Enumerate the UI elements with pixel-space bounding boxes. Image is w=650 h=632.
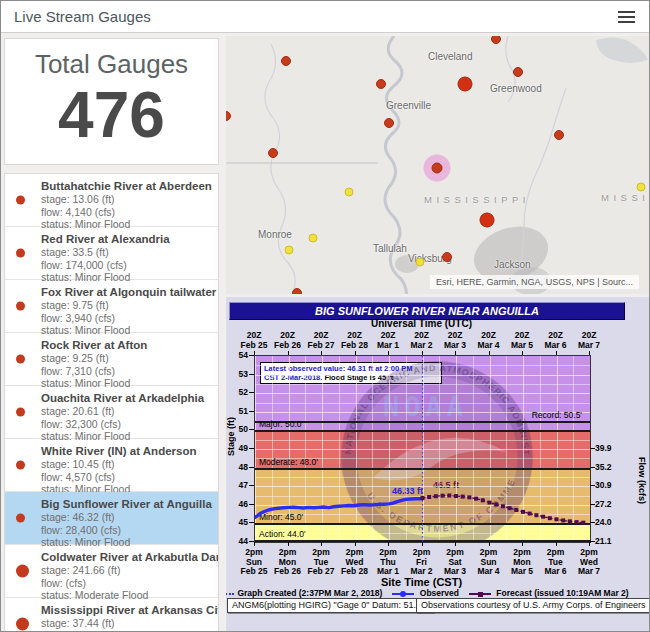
stage-tick-mark bbox=[249, 504, 254, 505]
forecast-line-swatch bbox=[469, 590, 491, 598]
gauge-name: Fox River at Algonquin tailwater bbox=[41, 286, 212, 299]
stage-tick-label: 51 bbox=[226, 406, 248, 416]
gauge-name: Big Sunflower River at Anguilla bbox=[41, 498, 212, 511]
map-gauge-marker[interactable] bbox=[268, 148, 278, 158]
map-gauge-marker[interactable] bbox=[480, 213, 495, 228]
stage-tick-label: 47 bbox=[226, 480, 248, 490]
utc-tick-mark bbox=[422, 351, 423, 355]
flow-tick-label: 27.2 bbox=[595, 499, 612, 509]
stage-tick-mark bbox=[249, 522, 254, 523]
map-gauge-marker[interactable] bbox=[442, 252, 452, 262]
map-panel[interactable]: MISSISSIPPI MISSISS Esri, HERE, Garmin, … bbox=[226, 36, 650, 294]
map-city-label: Greenville bbox=[386, 100, 431, 111]
chart-plot-area: Latest observed value: 46.31 ft at 2:00 … bbox=[254, 355, 591, 543]
legend-item-forecast: Forecast (issued 10:19AM Mar 2) bbox=[469, 588, 629, 598]
state-label-mississippi: MISSISSIPPI bbox=[424, 194, 530, 205]
observations-credit-note: Observations courtesy of U.S. Army Corps… bbox=[416, 598, 650, 613]
flow-tick-mark bbox=[590, 448, 595, 449]
gauge-stage: stage: 33.5 (ft) bbox=[41, 246, 212, 259]
gauge-stage: stage: 37.44 (ft) bbox=[41, 617, 212, 630]
utc-tick-mark bbox=[489, 351, 490, 355]
gauge-stage: stage: 10.45 (ft) bbox=[41, 458, 212, 471]
page-title: Live Stream Gauges bbox=[14, 8, 151, 25]
utc-tick-mark bbox=[355, 351, 356, 355]
map-gauge-marker[interactable] bbox=[458, 77, 473, 92]
list-item[interactable]: Ouachita River at Arkadelphiastage: 20.6… bbox=[5, 386, 218, 439]
list-item[interactable]: Red River at Alexandriastage: 33.5 (ft)f… bbox=[5, 227, 218, 280]
map-gauge-marker[interactable] bbox=[281, 56, 291, 66]
map-gauge-marker[interactable] bbox=[376, 79, 386, 89]
flow-tick-mark bbox=[590, 522, 595, 523]
list-item[interactable]: Fox River at Algonquin tailwaterstage: 9… bbox=[5, 280, 218, 333]
chart-legend: Graph Created (2:37PM Mar 2, 2018) Obser… bbox=[254, 588, 589, 598]
cst-tick-mark bbox=[321, 542, 322, 546]
hamburger-menu-icon[interactable] bbox=[618, 11, 635, 26]
stage-tick-label: 44 bbox=[226, 536, 248, 546]
stage-tick-label: 49 bbox=[226, 443, 248, 453]
flow-tick-label: 35.2 bbox=[595, 462, 612, 472]
map-city-label: Cleveland bbox=[428, 51, 472, 62]
cst-tick-mark bbox=[455, 542, 456, 546]
stage-tick-label: 45 bbox=[226, 517, 248, 527]
list-item[interactable]: Big Sunflower River at Anguillastage: 46… bbox=[5, 492, 218, 545]
utc-tick-mark bbox=[388, 351, 389, 355]
stage-tick-label: 53 bbox=[226, 369, 248, 379]
cst-tick-time: 2pm bbox=[569, 547, 609, 557]
gauge-flow: flow: 4,570 (cfs) bbox=[41, 471, 212, 484]
list-item[interactable]: Mississippi River at Arkansas Citystage:… bbox=[5, 598, 218, 632]
list-item[interactable]: Rock River at Aftonstage: 9.25 (ft)flow:… bbox=[5, 333, 218, 386]
gauge-name: Ouachita River at Arkadelphia bbox=[41, 392, 212, 405]
map-gauge-marker[interactable] bbox=[384, 118, 394, 128]
map-gauge-marker[interactable] bbox=[285, 246, 294, 255]
total-gauges-value: 476 bbox=[5, 80, 218, 150]
stage-tick-label: 52 bbox=[226, 387, 248, 397]
map-gauge-marker[interactable] bbox=[513, 67, 523, 77]
map-gauge-marker-selected[interactable] bbox=[432, 163, 443, 174]
gauge-stage: stage: 241.66 (ft) bbox=[41, 564, 212, 577]
state-label-mississippi-partial: MISSISS bbox=[601, 192, 650, 203]
stage-tick-mark bbox=[249, 374, 254, 375]
gauge-flow: flow: 7,310 (cfs) bbox=[41, 365, 212, 378]
flow-tick-label: 21.1 bbox=[595, 536, 612, 546]
utc-tick-hour: 20Z bbox=[569, 330, 609, 340]
observed-marker bbox=[400, 591, 406, 597]
gauge-stage: stage: 9.25 (ft) bbox=[41, 352, 212, 365]
map-city-label: Jackson bbox=[494, 259, 531, 270]
map-gauge-marker[interactable] bbox=[309, 234, 318, 243]
list-item[interactable]: Buttahatchie River at Aberdeenstage: 13.… bbox=[5, 174, 218, 227]
gauge-name: Red River at Alexandria bbox=[41, 233, 212, 246]
flow-tick-label: 24.0 bbox=[595, 517, 612, 527]
gauge-severity-dot bbox=[16, 302, 25, 311]
list-item[interactable]: White River (IN) at Andersonstage: 10.45… bbox=[5, 439, 218, 492]
app-window: Live Stream Gauges Total Gauges 476 Butt… bbox=[0, 0, 650, 632]
utc-tick-mark bbox=[455, 351, 456, 355]
gauge-severity-dot bbox=[16, 514, 25, 523]
map-gauge-marker[interactable] bbox=[292, 288, 302, 294]
gauge-flow: flow: (cfs) bbox=[41, 577, 212, 590]
map-gauge-marker[interactable] bbox=[554, 130, 564, 140]
map-gauge-marker[interactable] bbox=[416, 258, 425, 267]
cst-tick-mark bbox=[254, 542, 255, 546]
total-gauges-label: Total Gauges bbox=[5, 49, 218, 80]
stage-tick-label: 50 bbox=[226, 424, 248, 434]
legend-item-observed: Observed bbox=[392, 588, 459, 598]
utc-tick-mark bbox=[556, 351, 557, 355]
map-gauge-marker[interactable] bbox=[345, 188, 354, 197]
map-gauge-marker[interactable] bbox=[637, 183, 646, 192]
gauge-name: Coldwater River at Arkabutla Dam bbox=[41, 551, 212, 564]
gauge-flow: flow: 3,940 (cfs) bbox=[41, 312, 212, 325]
gauge-list[interactable]: Buttahatchie River at Aberdeenstage: 13.… bbox=[4, 173, 219, 632]
gauge-stage: stage: 46.32 (ft) bbox=[41, 511, 212, 524]
cst-tick-mark bbox=[422, 542, 423, 546]
legend-observed-label: Observed bbox=[417, 588, 459, 598]
cst-tick-mark bbox=[388, 542, 389, 546]
utc-tick-mark bbox=[589, 351, 590, 355]
flow-tick-label: 39.9 bbox=[595, 443, 612, 453]
list-item[interactable]: Coldwater River at Arkabutla Damstage: 2… bbox=[5, 545, 218, 598]
gauge-datum-note: ANGM6(plotting HGIRG) "Gage 0" Datum: 51… bbox=[227, 598, 434, 613]
cst-tick-mark bbox=[589, 542, 590, 546]
map-city-label: Greenwood bbox=[490, 83, 542, 94]
total-gauges-card: Total Gauges 476 bbox=[4, 38, 219, 165]
cst-tick-date: Mar 7 bbox=[569, 566, 609, 576]
flow-tick-mark bbox=[590, 485, 595, 486]
